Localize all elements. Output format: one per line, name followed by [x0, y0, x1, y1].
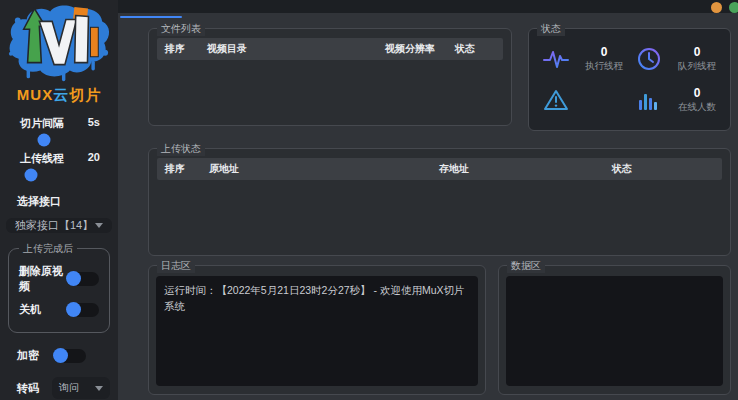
column-header: 排序 [157, 162, 201, 176]
stats-grid: 0 执行线程 0 队列线程 [529, 29, 730, 130]
stat-online-users: 0 在线人数 [630, 80, 723, 121]
bar-chart-icon [636, 87, 662, 113]
interface-select-dropdown[interactable]: 独家接口【14】 [6, 218, 112, 233]
column-header: 原地址 [201, 162, 431, 176]
log-entry: 运行时间：【2022年5月21日23时2分27秒】 - 欢迎使用MuX切片系统 [164, 283, 470, 315]
log-output: 运行时间：【2022年5月21日23时2分27秒】 - 欢迎使用MuX切片系统 [156, 276, 478, 386]
interface-select-value: 独家接口【14】 [15, 218, 93, 233]
file-list-body[interactable] [149, 60, 511, 114]
encrypt-row: 加密 [0, 348, 118, 363]
transcode-row: 转码 询问 [0, 377, 118, 399]
upload-threads-value: 20 [88, 151, 100, 166]
column-header: 排序 [157, 42, 199, 56]
pulse-icon [543, 46, 569, 72]
transcode-value: 询问 [59, 381, 79, 395]
app-logo-icon [5, 1, 113, 85]
upload-threads-label-row: 上传线程 20 [0, 151, 118, 166]
slider-knob[interactable] [38, 134, 51, 147]
clock-icon [636, 46, 662, 72]
maximize-button[interactable] [729, 2, 738, 13]
status-panel-title: 状态 [537, 22, 565, 36]
delete-original-row: 删除原视频 [19, 264, 99, 294]
data-output [506, 276, 723, 386]
delete-original-label: 删除原视频 [19, 264, 66, 294]
delete-original-toggle[interactable] [66, 272, 99, 286]
toggle-knob [53, 348, 68, 363]
slice-interval-label: 切片间隔 [20, 116, 64, 131]
log-panel: 日志区 运行时间：【2022年5月21日23时2分27秒】 - 欢迎使用MuX切… [148, 265, 486, 395]
app-title-slice: 切片 [69, 86, 101, 103]
shutdown-label: 关机 [19, 302, 41, 317]
stat-value: 0 [671, 86, 723, 100]
column-header: 视频目录 [199, 42, 377, 56]
data-panel-title: 数据区 [507, 259, 545, 273]
transcode-label: 转码 [17, 381, 39, 396]
after-upload-group-title: 上传完成后 [19, 242, 77, 256]
column-header: 状态 [604, 162, 722, 176]
file-list-title: 文件列表 [157, 22, 205, 36]
upload-status-body[interactable] [149, 180, 730, 242]
stat-warning [537, 80, 630, 121]
slider-knob[interactable] [24, 169, 37, 182]
upload-threads-label: 上传线程 [20, 151, 64, 166]
encrypt-label: 加密 [17, 348, 39, 363]
column-header: 视频分辨率 [377, 42, 447, 56]
stat-queue-threads: 0 队列线程 [630, 39, 723, 80]
upload-status-panel: 上传状态 排序 原地址 存地址 状态 [148, 148, 731, 256]
after-upload-group: 上传完成后 删除原视频 关机 [8, 248, 110, 333]
chevron-down-icon [95, 223, 103, 228]
stat-value: 0 [671, 45, 723, 59]
file-list-header: 排序 视频目录 视频分辨率 状态 [157, 38, 503, 60]
app-title: MUX云切片 [0, 86, 118, 105]
stat-label: 执行线程 [578, 60, 630, 73]
file-list-panel: 文件列表 排序 视频目录 视频分辨率 状态 [148, 28, 512, 126]
warning-icon [543, 87, 569, 113]
chevron-down-icon [95, 386, 103, 391]
app-title-cloud: 云 [53, 86, 69, 103]
log-panel-title: 日志区 [157, 259, 195, 273]
upload-status-header: 排序 原地址 存地址 状态 [157, 158, 722, 180]
toggle-knob [66, 271, 81, 286]
column-header: 状态 [447, 42, 503, 56]
status-panel: 状态 0 执行线程 [528, 28, 731, 131]
slice-interval-label-row: 切片间隔 5s [0, 116, 118, 131]
interface-select-label: 选择接口 [0, 194, 118, 209]
stat-value: 0 [578, 45, 630, 59]
app-window: MUX云切片 切片间隔 5s 上传线程 20 选择接口 独家接口【14】 上传完… [0, 0, 738, 400]
toggle-knob [66, 302, 81, 317]
shutdown-row: 关机 [19, 302, 99, 317]
active-tab-indicator [120, 16, 182, 18]
column-header: 存地址 [431, 162, 604, 176]
shutdown-toggle[interactable] [66, 303, 99, 317]
slice-interval-value: 5s [88, 116, 100, 131]
upload-status-title: 上传状态 [157, 142, 205, 156]
stat-label: 在线人数 [671, 101, 723, 114]
minimize-button[interactable] [711, 2, 722, 13]
app-title-mux: MUX [17, 86, 53, 103]
encrypt-toggle[interactable] [53, 349, 86, 363]
data-panel: 数据区 [498, 265, 731, 395]
transcode-dropdown[interactable]: 询问 [52, 377, 110, 399]
stat-exec-threads: 0 执行线程 [537, 39, 630, 80]
stat-label: 队列线程 [671, 60, 723, 73]
sidebar: MUX云切片 切片间隔 5s 上传线程 20 选择接口 独家接口【14】 上传完… [0, 0, 118, 400]
